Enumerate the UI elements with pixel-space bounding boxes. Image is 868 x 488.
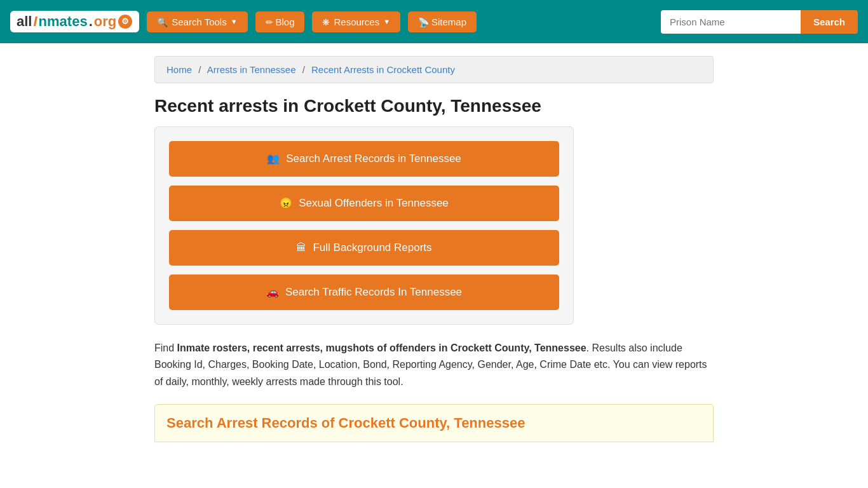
search-tools-caret: ▼ — [231, 18, 238, 25]
resources-button[interactable]: Resources ▼ — [312, 11, 400, 32]
resources-icon — [322, 17, 330, 27]
logo-i: I — [33, 13, 37, 30]
description-paragraph: Find Inmate rosters, recent arrests, mug… — [154, 340, 714, 390]
building-icon — [296, 241, 306, 254]
page-title: Recent arrests in Crockett County, Tenne… — [154, 96, 714, 116]
breadcrumb-home[interactable]: Home — [166, 64, 192, 75]
sitemap-label: Sitemap — [431, 17, 466, 27]
site-logo[interactable]: allInmates.org⚙ — [10, 11, 139, 32]
resources-caret: ▼ — [383, 18, 390, 25]
car-icon — [266, 286, 279, 299]
users-icon — [267, 152, 280, 165]
sitemap-icon — [418, 17, 431, 27]
background-reports-button[interactable]: Full Background Reports — [169, 230, 559, 266]
breadcrumb: Home / Arrests in Tennessee / Recent Arr… — [154, 56, 714, 83]
prison-search-button[interactable]: Search — [801, 10, 858, 34]
breadcrumb-arrests-tennessee[interactable]: Arrests in Tennessee — [207, 64, 296, 75]
traffic-records-button[interactable]: Search Traffic Records In Tennessee — [169, 274, 559, 310]
search-tools-button[interactable]: Search Tools ▼ — [147, 11, 247, 32]
main-content: Home / Arrests in Tennessee / Recent Arr… — [142, 43, 726, 455]
search-arrest-records-label: Search Arrest Records in Tennessee — [286, 152, 461, 165]
prison-search-button-label: Search — [813, 17, 845, 27]
sexual-offenders-button[interactable]: Sexual Offenders in Tennessee — [169, 186, 559, 221]
sitemap-button[interactable]: Sitemap — [408, 11, 477, 32]
breadcrumb-current: Recent Arrests in Crockett County — [311, 64, 455, 75]
resources-label: Resources — [334, 17, 379, 27]
search-tools-label: Search Tools — [172, 17, 226, 27]
description-intro: Find — [154, 342, 177, 353]
logo-nmates: nmates — [39, 13, 88, 30]
logo-badge: ⚙ — [118, 15, 132, 29]
background-reports-label: Full Background Reports — [313, 241, 431, 254]
breadcrumb-sep-2: / — [302, 64, 305, 75]
logo-all: all — [17, 13, 32, 30]
blog-button[interactable]: Blog — [255, 11, 305, 32]
search-tools-icon — [157, 17, 168, 27]
description-bold: Inmate rosters, recent arrests, mugshots… — [177, 342, 587, 353]
blog-icon — [266, 17, 276, 27]
offender-icon — [280, 197, 292, 210]
action-button-card: Search Arrest Records in Tennessee Sexua… — [154, 126, 574, 325]
logo-org: org — [94, 13, 116, 30]
prison-search-input[interactable] — [661, 10, 801, 34]
prison-search-bar: Search — [661, 10, 858, 34]
search-arrest-records-button[interactable]: Search Arrest Records in Tennessee — [169, 141, 559, 177]
logo-dot: . — [89, 13, 93, 30]
navbar: allInmates.org⚙ Search Tools ▼ Blog Reso… — [0, 0, 868, 43]
breadcrumb-sep-1: / — [198, 64, 201, 75]
sexual-offenders-label: Sexual Offenders in Tennessee — [299, 197, 449, 210]
blog-label: Blog — [275, 17, 294, 27]
traffic-records-label: Search Traffic Records In Tennessee — [285, 286, 462, 299]
search-section-heading: Search Arrest Records of Crockett County… — [154, 404, 714, 442]
